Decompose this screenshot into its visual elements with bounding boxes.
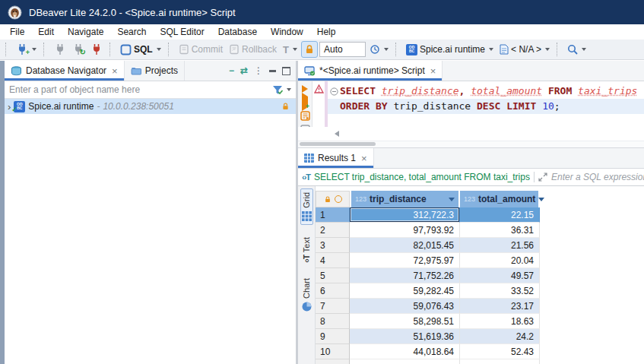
table-row[interactable]: 5 71,752.26 49.57 (316, 268, 644, 283)
menu-navigate[interactable]: Navigate (61, 25, 110, 39)
sql-expression-input[interactable]: Enter a SQL expression to (551, 172, 644, 182)
new-sql-editor-button[interactable]: SQL (118, 41, 163, 58)
cell-total-amount[interactable]: 18.63 (460, 314, 540, 329)
row-number[interactable]: 1 (316, 207, 350, 223)
row-number[interactable]: 10 (316, 344, 350, 359)
maximize-icon[interactable] (282, 67, 290, 75)
sort-desc-icon[interactable] (538, 198, 544, 201)
presentation-tab-grid[interactable]: Grid (300, 188, 313, 225)
row-number[interactable]: 9 (316, 329, 350, 344)
menu-window[interactable]: Window (264, 25, 310, 39)
cell-trip-distance[interactable]: 58,298.51 (350, 314, 460, 329)
cell-total-amount[interactable]: 52.43 (460, 344, 540, 359)
table-row[interactable]: 10 44,018.64 52.43 (316, 344, 644, 359)
cell-total-amount[interactable]: 36.31 (460, 223, 540, 238)
tab-database-navigator[interactable]: Database Navigator × (5, 61, 125, 81)
cell-total-amount[interactable]: 21.56 (460, 238, 540, 253)
connect-button[interactable] (52, 41, 68, 58)
view-menu-icon[interactable]: ⋮ (254, 65, 263, 76)
sash-thumb[interactable] (300, 142, 376, 146)
menu-help[interactable]: Help (310, 25, 343, 39)
connection-lock-toggle[interactable] (301, 41, 318, 58)
connection-tree-item[interactable]: › ODBC ✓ Spice.ai runtime - 10.0.0.238:5… (5, 99, 296, 114)
row-number[interactable]: 8 (316, 314, 350, 329)
tab-results-1[interactable]: Results 1 × (298, 148, 374, 168)
cell-trip-distance[interactable]: 312,722.3 (350, 207, 460, 223)
editor-results-sash[interactable] (298, 141, 644, 148)
transaction-mode-button[interactable]: T (281, 41, 300, 58)
link-with-editor-icon[interactable]: ⇄ (240, 65, 248, 76)
close-icon[interactable]: × (361, 153, 367, 164)
column-header-total-amount[interactable]: 123 total_amount (460, 191, 540, 207)
expand-panel-icon[interactable] (538, 173, 547, 182)
row-number[interactable]: 6 (316, 283, 350, 299)
table-row[interactable]: 8 58,298.51 18.63 (316, 314, 644, 329)
table-row[interactable]: 2 97,793.92 36.31 (316, 223, 644, 238)
cell-trip-distance[interactable]: 51,619.36 (350, 329, 460, 344)
close-icon[interactable]: × (430, 65, 436, 77)
warning-icon[interactable] (314, 84, 324, 93)
row-number[interactable]: 7 (316, 299, 350, 314)
minimize-icon[interactable] (269, 70, 276, 72)
table-row[interactable]: 6 59,282.45 33.52 (316, 283, 644, 299)
collapse-all-icon[interactable]: − (229, 65, 234, 76)
menu-file[interactable]: File (3, 25, 31, 39)
close-icon[interactable]: × (112, 65, 118, 77)
object-filter-input[interactable]: Enter a part of object name here (5, 81, 296, 99)
custom-filter-icon[interactable]: ‹›T (302, 173, 310, 182)
active-database-selector[interactable]: < N/A > (497, 41, 552, 58)
row-number[interactable]: 3 (316, 238, 350, 253)
commit-mode-combo[interactable]: Auto (319, 42, 366, 57)
disconnect-button[interactable] (88, 41, 105, 58)
presentation-tab-chart[interactable]: Chart (301, 275, 312, 315)
cell-trip-distance[interactable]: 82,015.45 (350, 238, 460, 253)
menu-sql-editor[interactable]: SQL Editor (153, 25, 211, 39)
execute-new-tab-icon[interactable]: + (302, 97, 308, 107)
table-row[interactable]: 1 312,722.3 22.15 (316, 207, 644, 223)
sql-code-area[interactable]: SELECT trip_distance, total_amount FROM … (328, 81, 644, 127)
rollback-button[interactable]: Rollback (227, 41, 279, 58)
cell-total-amount[interactable]: 22.15 (460, 207, 540, 223)
tab-projects[interactable]: Projects (125, 61, 185, 81)
menu-database[interactable]: Database (211, 25, 264, 39)
table-row[interactable]: 3 82,015.45 21.56 (316, 238, 644, 253)
scroll-left-icon[interactable] (335, 131, 339, 137)
table-row[interactable]: 7 59,076.43 23.17 (316, 299, 644, 314)
cell-trip-distance[interactable]: 72,975.97 (350, 253, 460, 268)
fold-collapse-icon[interactable] (328, 87, 340, 96)
grid-corner-cell[interactable] (316, 191, 350, 207)
menu-edit[interactable]: Edit (31, 25, 61, 39)
history-button[interactable] (367, 41, 391, 58)
chevron-down-icon[interactable] (287, 88, 291, 91)
presentation-tab-text[interactable]: Text ‹›T (301, 234, 312, 266)
cell-total-amount[interactable]: 24.2 (460, 329, 540, 344)
tab-script-editor[interactable]: *<Spice.ai runtime> Script × (298, 61, 443, 81)
table-row[interactable]: 4 72,975.97 20.04 (316, 253, 644, 268)
row-number[interactable]: 5 (316, 268, 350, 283)
filter-funnel-icon[interactable] (272, 84, 283, 95)
cell-trip-distance[interactable]: 59,282.45 (350, 283, 460, 299)
editor-horizontal-scrollbar[interactable] (298, 127, 644, 141)
sort-desc-icon[interactable] (449, 198, 455, 201)
cell-total-amount[interactable]: 23.17 (460, 299, 540, 314)
commit-button[interactable]: Commit (176, 41, 225, 58)
search-button[interactable] (565, 41, 588, 58)
column-header-trip-distance[interactable]: 123 trip_distance (351, 191, 460, 207)
cell-trip-distance[interactable]: 59,076.43 (350, 299, 460, 314)
execute-script-icon[interactable] (300, 111, 310, 121)
cell-total-amount[interactable]: 20.04 (460, 253, 540, 268)
table-row[interactable]: 9 51,619.36 24.2 (316, 329, 644, 344)
active-connection-selector[interactable]: ODBC Spice.ai runtime (404, 41, 496, 58)
cell-total-amount[interactable]: 49.57 (460, 268, 540, 283)
new-connection-button[interactable]: + (14, 41, 39, 58)
cell-total-amount[interactable]: 33.52 (460, 283, 540, 299)
menu-search[interactable]: Search (110, 25, 153, 39)
expander-chevron-icon[interactable]: › (8, 101, 11, 112)
cell-trip-distance[interactable]: 44,018.64 (350, 344, 460, 359)
reconnect-button[interactable]: ↻ (70, 41, 87, 58)
execute-statement-icon[interactable] (302, 85, 308, 93)
row-number[interactable]: 4 (316, 253, 350, 268)
cell-trip-distance[interactable]: 71,752.26 (350, 268, 460, 283)
cell-trip-distance[interactable]: 97,793.92 (350, 223, 460, 238)
row-number[interactable]: 2 (316, 223, 350, 238)
